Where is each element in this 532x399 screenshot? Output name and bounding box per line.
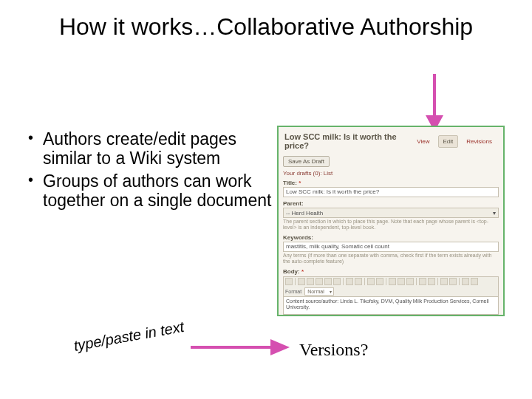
format-label: Format [285, 289, 301, 294]
annotation-versions: Versions? [299, 340, 368, 360]
title-input[interactable]: Low SCC milk: Is it worth the price? [283, 187, 499, 197]
redo-icon[interactable] [355, 278, 362, 285]
body-textarea[interactable]: Content source/author: Linda L. Tikofsky… [283, 297, 499, 315]
parent-help: The parent section in which to place thi… [283, 219, 499, 231]
tab-edit[interactable]: Edit [438, 135, 459, 148]
slide-title: How it works…Collaborative Authorship [0, 0, 532, 41]
save-draft-button[interactable]: Save As Draft [283, 156, 330, 167]
page-heading: Low SCC milk: Is it worth the price? [284, 132, 412, 150]
ul-icon[interactable] [449, 278, 457, 285]
arrow-down-icon [420, 74, 449, 133]
title-label: Title: * [283, 180, 499, 186]
ol-icon[interactable] [440, 278, 448, 285]
undo-icon[interactable] [346, 278, 353, 285]
table-icon[interactable] [471, 278, 478, 285]
arrow-right-icon [191, 332, 294, 362]
svg-marker-3 [270, 339, 290, 355]
replace-icon[interactable] [376, 278, 383, 285]
body-label: Body: * [283, 268, 499, 275]
underline-icon[interactable] [406, 278, 414, 285]
parent-select[interactable]: -- Herd Health▾ [283, 208, 499, 218]
annotation-type-paste: type/paste in text [72, 318, 185, 355]
italic-icon[interactable] [398, 278, 405, 285]
subscript-icon[interactable] [419, 278, 426, 285]
keywords-label: Keywords: [283, 234, 499, 241]
page-tabs: View Edit Revisions [412, 135, 497, 148]
copy-icon[interactable] [307, 278, 314, 285]
bullet-item: Authors create/edit pages similar to a W… [22, 129, 273, 168]
paste-word-icon[interactable] [333, 278, 341, 285]
tab-view[interactable]: View [412, 135, 434, 148]
editor-toolbar: Format Normal [283, 276, 499, 297]
keywords-help: Any terms (if more than one separate wit… [283, 253, 499, 265]
bullet-list-container: Authors create/edit pages similar to a W… [22, 129, 273, 214]
find-icon[interactable] [367, 278, 375, 285]
paste-text-icon[interactable] [324, 278, 332, 285]
bullet-item: Groups of authors can work together on a… [22, 171, 273, 211]
drafts-link[interactable]: Your drafts (0): List [283, 170, 499, 177]
cut-icon[interactable] [298, 278, 305, 285]
bold-icon[interactable] [389, 278, 396, 285]
keywords-input[interactable]: mastitis, milk quality, Somatic cell cou… [283, 242, 499, 252]
source-icon[interactable] [285, 278, 293, 285]
chevron-down-icon: ▾ [493, 210, 496, 216]
editor-screenshot: Low SCC milk: Is it worth the price? Vie… [277, 126, 505, 316]
tab-revisions[interactable]: Revisions [461, 135, 497, 148]
format-select[interactable]: Normal [304, 287, 334, 296]
parent-label: Parent: [283, 200, 499, 207]
paste-icon[interactable] [316, 278, 323, 285]
superscript-icon[interactable] [428, 278, 435, 285]
image-icon[interactable] [462, 278, 469, 285]
